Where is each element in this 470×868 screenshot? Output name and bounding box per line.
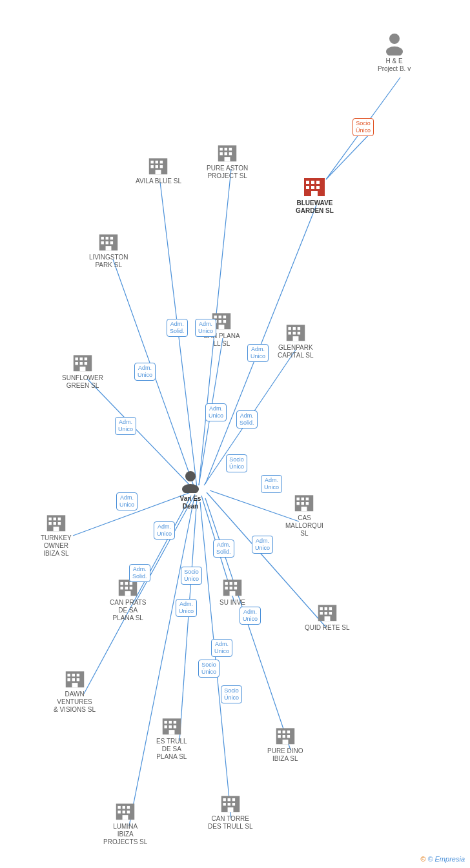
svg-rect-98 — [130, 582, 132, 585]
node-es-trull: ES TRULLDE SAPLANA SL — [156, 715, 187, 761]
svg-rect-49 — [101, 241, 104, 244]
svg-rect-102 — [125, 591, 131, 596]
svg-line-1 — [326, 132, 371, 179]
badge-adm-unico-10: Adm.Unico — [176, 599, 197, 617]
avila-blue-label: AVILA BLUE SL — [136, 177, 181, 185]
turnkey-label: TURNKEYOWNERIBIZA SL — [41, 534, 72, 558]
svg-rect-128 — [164, 721, 167, 723]
building-icon-es-trull — [161, 715, 182, 736]
svg-rect-52 — [106, 246, 112, 250]
bluewave-label: BLUEWAVEGARDEN SL — [296, 199, 334, 215]
building-icon-turnkey — [46, 512, 66, 532]
svg-rect-123 — [67, 678, 70, 681]
badge-adm-unico-4: Adm.Unico — [115, 417, 136, 435]
svg-rect-28 — [311, 191, 318, 196]
svg-rect-99 — [121, 587, 123, 589]
can-torre-label: CAN TORREDES TRULL SL — [208, 815, 252, 831]
node-can-torre: CAN TORREDES TRULL SL — [208, 792, 252, 831]
svg-rect-134 — [169, 730, 174, 734]
building-icon-glenpark — [285, 321, 306, 342]
svg-rect-83 — [297, 502, 300, 505]
node-su-inve: SU INVE — [220, 576, 245, 607]
svg-rect-43 — [229, 152, 232, 155]
pure-dino-label: PURE DINOIBIZA SL — [267, 747, 303, 763]
glenpark-label: GLENPARKCAPITAL SL — [278, 344, 314, 359]
svg-rect-60 — [80, 367, 86, 371]
svg-rect-158 — [227, 807, 233, 812]
su-inve-label: SU INVE — [220, 599, 245, 607]
svg-rect-121 — [72, 674, 74, 676]
badge-adm-unico-2: Adm.Unico — [247, 344, 269, 362]
svg-rect-137 — [282, 731, 285, 733]
node-cas-mallorqui: CASMALLORQUISL — [285, 492, 323, 538]
svg-rect-107 — [225, 587, 227, 589]
svg-rect-113 — [324, 607, 327, 610]
svg-rect-94 — [53, 527, 59, 531]
building-icon-lumina — [115, 800, 136, 821]
quid-rete-label: QUID RETE SL — [305, 624, 349, 632]
livingston-label: LIVINGSTONPARK SL — [89, 254, 128, 269]
svg-rect-154 — [232, 798, 234, 801]
building-icon-pure-aston — [217, 142, 238, 163]
svg-rect-114 — [329, 607, 331, 610]
dawn-ventures-label: DAWNVENTURES& VISIONS SL — [54, 691, 96, 714]
badge-adm-unico-12: Adm.Unico — [211, 639, 232, 657]
svg-rect-40 — [229, 148, 232, 150]
svg-rect-22 — [306, 181, 309, 184]
badge-adm-unico-6: Adm.Unico — [261, 475, 282, 493]
svg-rect-130 — [173, 721, 176, 723]
svg-rect-104 — [225, 582, 227, 585]
node-livingston: LIVINGSTONPARK SL — [89, 231, 128, 269]
building-icon-avila — [148, 155, 169, 176]
svg-rect-82 — [306, 498, 309, 500]
svg-rect-120 — [67, 674, 70, 676]
svg-rect-89 — [53, 518, 56, 520]
svg-point-20 — [386, 46, 403, 56]
svg-rect-42 — [225, 152, 227, 155]
svg-rect-125 — [76, 678, 79, 681]
node-avila-blue: AVILA BLUE SL — [136, 155, 181, 185]
svg-rect-93 — [58, 522, 61, 525]
svg-rect-80 — [297, 498, 300, 500]
badge-adm-unico-5: Adm.Unico — [205, 403, 227, 421]
diagram: H & E Project B. v BLUEWAVEGARDEN SL AVI — [0, 0, 470, 868]
svg-rect-32 — [160, 161, 163, 163]
svg-rect-27 — [316, 186, 320, 189]
svg-rect-74 — [292, 332, 295, 334]
svg-rect-47 — [106, 237, 108, 239]
badge-adm-unico-7: Adm.Unico — [116, 492, 138, 510]
watermark: © © Empresia — [420, 855, 465, 863]
node-glenpark: GLENPARKCAPITAL SL — [278, 321, 314, 359]
badge-socio-unico-2: SocioÚnico — [181, 567, 202, 585]
svg-rect-108 — [230, 587, 232, 589]
svg-rect-24 — [316, 181, 320, 184]
van-es-dean-label: Van EsDean — [180, 495, 201, 510]
lumina-label: LUMINAIBIZAPROJECTS SL — [103, 823, 147, 846]
can-prats-label: CAN PRATSDE SAPLANA SL — [110, 599, 147, 622]
svg-rect-68 — [219, 325, 225, 329]
building-icon-cas-mallorqui — [294, 492, 314, 512]
svg-rect-58 — [80, 362, 83, 365]
svg-rect-109 — [234, 587, 237, 589]
svg-rect-55 — [80, 358, 83, 360]
svg-rect-101 — [130, 587, 132, 589]
svg-rect-76 — [292, 336, 298, 341]
svg-rect-25 — [306, 186, 309, 189]
svg-rect-66 — [219, 320, 221, 323]
svg-rect-62 — [214, 316, 217, 318]
svg-line-17 — [129, 500, 194, 826]
building-icon-dawn — [65, 668, 85, 689]
svg-rect-152 — [223, 798, 225, 801]
building-icon-livingston — [98, 231, 119, 252]
svg-point-19 — [389, 34, 400, 44]
cas-mallorqui-label: CASMALLORQUISL — [285, 514, 323, 538]
van-es-dean-icon — [179, 470, 202, 493]
es-trull-label: ES TRULLDE SAPLANA SL — [156, 738, 187, 761]
svg-rect-122 — [76, 674, 79, 676]
svg-rect-39 — [225, 148, 227, 150]
svg-rect-91 — [48, 522, 51, 525]
badge-socio-unico-1: SocioÚnico — [226, 454, 247, 472]
badge-adm-solid-2: Adm.Solid. — [236, 410, 258, 429]
svg-rect-106 — [234, 582, 237, 585]
badge-socio-unico-4: SocioÚnico — [221, 685, 242, 703]
